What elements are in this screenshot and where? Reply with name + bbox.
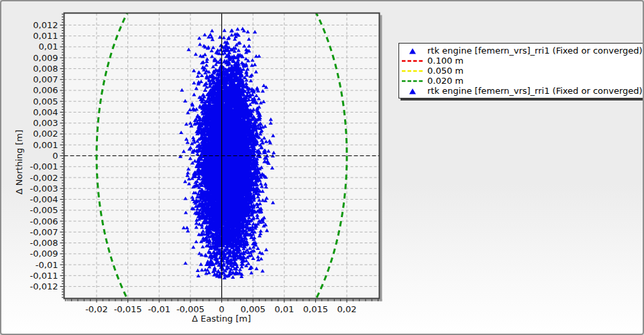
legend-item-label: rtk engine [femern_vrs]_rri1 (Fixed or c… — [427, 46, 643, 56]
x-tick-label: 0,015 — [303, 304, 328, 314]
legend-item[interactable]: 0.050 m — [400, 66, 643, 76]
triangle-marker-icon — [400, 47, 425, 55]
plot-shadow-right — [380, 15, 382, 302]
y-tick-label: -0,007 — [30, 227, 58, 237]
legend-item[interactable]: rtk engine [femern_vrs]_rri1 (Fixed or c… — [400, 46, 643, 56]
x-tick-label: 0 — [219, 304, 224, 314]
dashed-line-icon — [400, 77, 425, 85]
y-tick-label: -0,009 — [30, 249, 58, 259]
x-tick-label: -0,005 — [176, 304, 205, 314]
x-tick-label: -0,01 — [148, 304, 170, 314]
legend-item[interactable]: 0.020 m — [400, 76, 643, 86]
y-tick-label: -0,003 — [30, 184, 58, 194]
y-tick-label: 0,008 — [33, 64, 58, 74]
y-tick-label: 0,01 — [39, 42, 58, 52]
y-tick-label: -0,002 — [30, 173, 58, 183]
legend-box: rtk engine [femern_vrs]_rri1 (Fixed or c… — [398, 43, 644, 98]
chart-window: -0,02-0,015-0,01-0,00500,0050,010,0150,0… — [0, 0, 644, 335]
y-tick-label: -0,001 — [30, 161, 58, 172]
y-tick-label: 0,004 — [33, 107, 58, 117]
legend-item[interactable]: rtk engine [femern_vrs]_rri1 (Fixed or c… — [400, 86, 643, 96]
legend-item[interactable]: 0.100 m — [400, 56, 643, 66]
legend-item-label: 0.050 m — [427, 66, 464, 76]
y-tick-label: 0 — [52, 151, 58, 161]
y-tick-label: -0,004 — [30, 194, 58, 204]
y-tick-label: -0,012 — [30, 281, 58, 291]
y-tick-label: 0,007 — [33, 74, 58, 84]
x-tick-label: 0,01 — [274, 304, 294, 314]
y-tick-label: 0,009 — [33, 53, 58, 63]
legend-item-label: 0.020 m — [427, 76, 464, 86]
dashed-line-icon — [400, 67, 425, 75]
y-tick-label: -0,005 — [30, 205, 58, 215]
triangle-marker-icon — [400, 87, 425, 95]
y-tick-label: 0,011 — [33, 31, 58, 41]
x-tick-label: -0,02 — [85, 304, 108, 314]
x-tick-label: 0,02 — [337, 304, 357, 314]
legend-item-label: 0.100 m — [427, 56, 464, 66]
legend-item-label: rtk engine [femern_vrs]_rri1 (Fixed or c… — [427, 86, 643, 96]
y-axis-title: Δ Northing [m] — [14, 130, 24, 194]
y-tick-label: 0,006 — [33, 85, 58, 95]
x-tick-label: 0,005 — [241, 304, 266, 314]
y-tick-label: 0,001 — [33, 140, 58, 150]
y-tick-label: 0,003 — [33, 118, 58, 128]
dashed-line-icon — [400, 57, 425, 65]
y-tick-label: -0,011 — [30, 271, 58, 281]
y-tick-label: -0,006 — [30, 216, 58, 226]
x-axis-title: Δ Easting [m] — [64, 314, 379, 324]
x-tick-label: -0,015 — [114, 304, 142, 314]
y-tick-label: 0,002 — [33, 129, 58, 139]
y-tick-label: -0,01 — [36, 260, 58, 270]
plot-area[interactable]: -0,02-0,015-0,01-0,00500,0050,010,0150,0… — [1, 1, 404, 335]
y-tick-label: 0,005 — [33, 96, 58, 107]
y-tick-label: -0,008 — [30, 238, 58, 248]
y-tick-label: 0,012 — [33, 20, 58, 30]
